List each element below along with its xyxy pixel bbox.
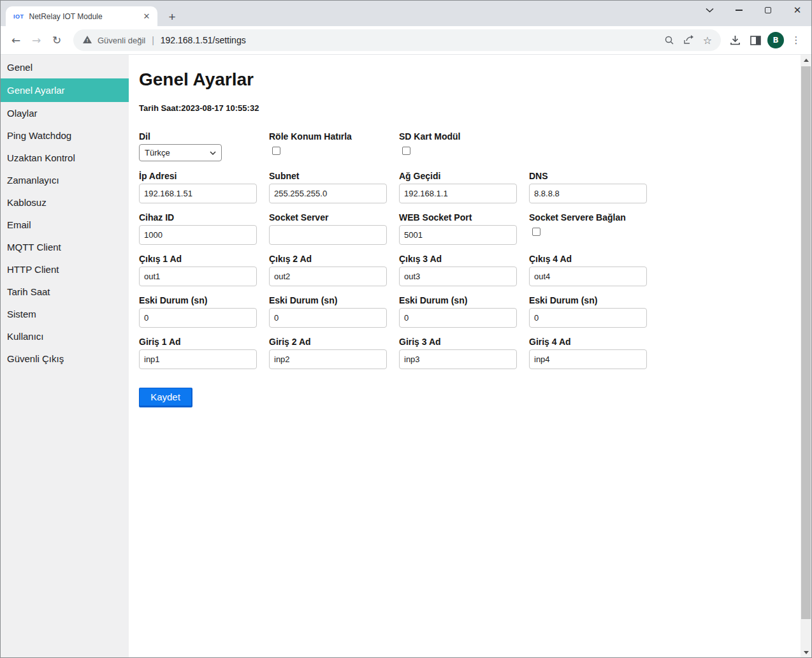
field-subnet: Subnet: [269, 170, 387, 203]
window-chevron-down-icon[interactable]: [700, 2, 719, 18]
window-close-button[interactable]: ✕: [788, 2, 807, 18]
eski3-input[interactable]: [399, 308, 517, 328]
field-dil: Dil Türkçe: [139, 130, 257, 161]
save-button[interactable]: Kaydet: [139, 388, 192, 407]
field-cikis4: Çıkış 4 Ad: [529, 252, 647, 286]
share-icon[interactable]: [679, 31, 698, 50]
field-eski2: Eski Durum (sn): [269, 294, 387, 328]
field-socket-baglan: Socket Servere Bağlan: [529, 211, 647, 245]
sidebar-item-genel[interactable]: Genel: [1, 56, 129, 78]
cihaz-id-input[interactable]: [139, 225, 257, 245]
sidebar-item-sistem[interactable]: Sistem: [1, 303, 129, 325]
favicon-iot-icon: IOT: [13, 13, 24, 20]
address-bar[interactable]: ! Güvenli değil | 192.168.1.51/settings …: [73, 29, 721, 51]
search-icon[interactable]: [660, 31, 679, 50]
sd-kart-checkbox[interactable]: [402, 147, 410, 155]
field-giris4: Giriş 4 Ad: [529, 335, 647, 369]
sidebar-item-kablosuz[interactable]: Kablosuz: [1, 191, 129, 214]
window-maximize-button[interactable]: [758, 2, 778, 18]
socket-server-input[interactable]: [269, 225, 387, 245]
download-icon[interactable]: [725, 30, 745, 50]
page-content: Genel Genel Ayarlar Olaylar Ping Watchdo…: [1, 55, 811, 658]
giris4-input[interactable]: [529, 349, 647, 369]
sidebar-item-http-client[interactable]: HTTP Client: [1, 258, 129, 281]
browser-window: IOT NetRelay IOT Module ✕ + ✕ ← → ↻ ! Gü…: [0, 0, 812, 658]
role-konum-checkbox[interactable]: [272, 147, 280, 155]
subnet-input[interactable]: [269, 184, 387, 203]
field-giris3: Giriş 3 Ad: [399, 335, 517, 369]
sidebar-item-ping-watchdog[interactable]: Ping Watchdog: [1, 124, 129, 147]
page-title: Genel Ayarlar: [139, 69, 801, 90]
field-gateway: Ağ Geçidi: [399, 170, 517, 203]
giris2-input[interactable]: [269, 349, 387, 369]
field-cikis2: Çıkış 2 Ad: [269, 252, 387, 286]
sidebar-item-zamanlayici[interactable]: Zamanlayıcı: [1, 169, 129, 191]
not-secure-warning-icon[interactable]: !: [82, 36, 92, 45]
scroll-up-icon[interactable]: [801, 55, 811, 66]
sidebar-item-tarih-saat[interactable]: Tarih Saat: [1, 281, 129, 303]
dil-select[interactable]: Türkçe: [139, 144, 222, 161]
vertical-scrollbar[interactable]: [801, 55, 811, 658]
browser-tab[interactable]: IOT NetRelay IOT Module ✕: [6, 6, 157, 26]
sidebar-item-olaylar[interactable]: Olaylar: [1, 102, 129, 124]
scrollbar-thumb[interactable]: [801, 66, 811, 619]
field-cihaz-id: Cihaz ID: [139, 211, 257, 245]
ip-input[interactable]: [139, 184, 257, 203]
profile-avatar[interactable]: B: [765, 30, 786, 50]
sidebar-item-email[interactable]: Email: [1, 214, 129, 236]
sd-kart-label: SD Kart Modül: [399, 130, 517, 143]
forward-icon[interactable]: →: [26, 30, 47, 50]
window-minimize-button[interactable]: [729, 2, 748, 18]
tab-title: NetRelay IOT Module: [29, 12, 141, 21]
field-cikis1: Çıkış 1 Ad: [139, 252, 257, 286]
socket-baglan-checkbox[interactable]: [532, 228, 540, 236]
dns-input[interactable]: [529, 184, 647, 203]
field-socket-server: Socket Server: [269, 211, 387, 245]
sidebar-item-genel-ayarlar[interactable]: Genel Ayarlar: [1, 78, 129, 102]
scroll-down-icon[interactable]: [801, 647, 811, 658]
eski2-input[interactable]: [269, 308, 387, 328]
settings-main: Genel Ayarlar Tarih Saat:2023-08-17 10:5…: [129, 55, 801, 658]
giris3-input[interactable]: [399, 349, 517, 369]
side-panel-icon[interactable]: [745, 30, 765, 50]
cikis4-input[interactable]: [529, 267, 647, 286]
field-cikis3: Çıkış 3 Ad: [399, 252, 517, 286]
datetime-text: Tarih Saat:2023-08-17 10:55:32: [139, 103, 801, 113]
field-eski3: Eski Durum (sn): [399, 294, 517, 328]
field-giris1: Giriş 1 Ad: [139, 335, 257, 369]
sidebar-nav: Genel Genel Ayarlar Olaylar Ping Watchdo…: [1, 55, 129, 658]
chevron-down-icon: [210, 151, 216, 155]
eski1-input[interactable]: [139, 308, 257, 328]
role-konum-label: Röle Konum Hatırla: [269, 130, 387, 143]
tab-strip: IOT NetRelay IOT Module ✕ + ✕: [1, 1, 811, 26]
sidebar-item-uzaktan-kontrol[interactable]: Uzaktan Kontrol: [1, 147, 129, 169]
field-eski1: Eski Durum (sn): [139, 294, 257, 328]
gateway-input[interactable]: [399, 184, 517, 203]
browser-menu-icon[interactable]: ⋮: [786, 30, 806, 50]
field-giris2: Giriş 2 Ad: [269, 335, 387, 369]
field-dns: DNS: [529, 170, 647, 203]
cikis1-input[interactable]: [139, 267, 257, 286]
field-sd-kart: SD Kart Modül: [399, 130, 517, 161]
browser-toolbar: ← → ↻ ! Güvenli değil | 192.168.1.51/set…: [1, 26, 811, 55]
cikis2-input[interactable]: [269, 267, 387, 286]
settings-form: Dil Türkçe Röle Konum Hatırla SD Kart Mo…: [139, 130, 801, 377]
tab-close-icon[interactable]: ✕: [141, 11, 152, 22]
field-web-socket-port: WEB Socket Port: [399, 211, 517, 245]
cikis3-input[interactable]: [399, 267, 517, 286]
sidebar-item-guvenli-cikis[interactable]: Güvenli Çıkış: [1, 347, 129, 370]
back-icon[interactable]: ←: [6, 30, 26, 50]
reload-icon[interactable]: ↻: [47, 30, 67, 50]
sidebar-item-mqtt-client[interactable]: MQTT Client: [1, 236, 129, 258]
new-tab-button[interactable]: +: [164, 9, 180, 26]
web-socket-port-input[interactable]: [399, 225, 517, 245]
field-ip: İp Adresi: [139, 170, 257, 203]
bookmark-star-icon[interactable]: ☆: [698, 31, 717, 50]
field-role-konum: Röle Konum Hatırla: [269, 130, 387, 161]
security-label: Güvenli değil: [98, 36, 145, 45]
giris1-input[interactable]: [139, 349, 257, 369]
field-eski4: Eski Durum (sn): [529, 294, 647, 328]
sidebar-item-kullanici[interactable]: Kullanıcı: [1, 325, 129, 347]
eski4-input[interactable]: [529, 308, 647, 328]
url-text[interactable]: 192.168.1.51/settings: [161, 35, 246, 45]
